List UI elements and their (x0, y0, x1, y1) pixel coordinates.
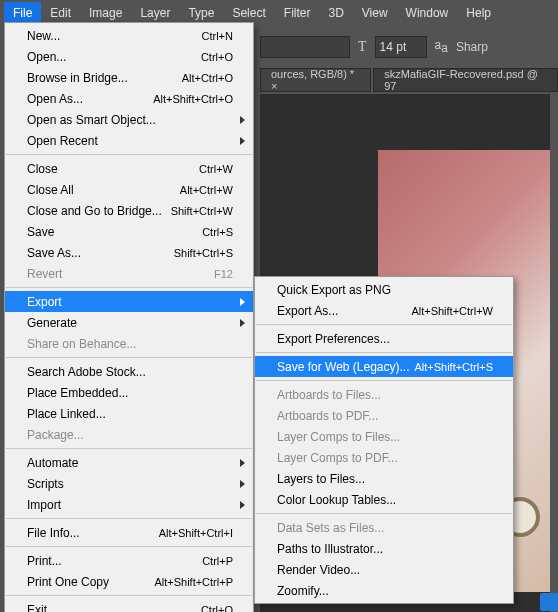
menu-item-label: Zoomify... (277, 584, 493, 598)
menu-item-label: Close (27, 162, 199, 176)
file-separator (6, 287, 252, 288)
file-item-close-all[interactable]: Close AllAlt+Ctrl+W (5, 179, 253, 200)
file-separator (6, 595, 252, 596)
file-item-save[interactable]: SaveCtrl+S (5, 221, 253, 242)
export-item-layer-comps-to-files: Layer Comps to Files... (255, 426, 513, 447)
file-item-new[interactable]: New...Ctrl+N (5, 25, 253, 46)
export-item-zoomify[interactable]: Zoomify... (255, 580, 513, 601)
menu-item-label: Open Recent (27, 134, 233, 148)
menu-layer[interactable]: Layer (131, 2, 179, 24)
file-item-import[interactable]: Import (5, 494, 253, 515)
export-separator (256, 513, 512, 514)
file-item-open[interactable]: Open...Ctrl+O (5, 46, 253, 67)
menu-item-label: Quick Export as PNG (277, 283, 493, 297)
menu-item-label: Generate (27, 316, 233, 330)
file-item-open-as[interactable]: Open As...Alt+Shift+Ctrl+O (5, 88, 253, 109)
export-item-paths-to-illustrator[interactable]: Paths to Illustrator... (255, 538, 513, 559)
dropdown[interactable] (260, 36, 350, 58)
antialias-value[interactable]: Sharp (456, 40, 488, 54)
file-item-place-embedded[interactable]: Place Embedded... (5, 382, 253, 403)
menu-file[interactable]: File (4, 2, 41, 24)
file-item-generate[interactable]: Generate (5, 312, 253, 333)
file-separator (6, 357, 252, 358)
menu-item-shortcut: Alt+Ctrl+O (182, 72, 233, 84)
menu-item-label: Color Lookup Tables... (277, 493, 493, 507)
file-item-print-one-copy[interactable]: Print One CopyAlt+Shift+Ctrl+P (5, 571, 253, 592)
file-item-save-as[interactable]: Save As...Shift+Ctrl+S (5, 242, 253, 263)
file-separator (6, 518, 252, 519)
export-item-layers-to-files[interactable]: Layers to Files... (255, 468, 513, 489)
export-separator (256, 324, 512, 325)
file-item-file-info[interactable]: File Info...Alt+Shift+Ctrl+I (5, 522, 253, 543)
file-item-close-and-go-to-bridge[interactable]: Close and Go to Bridge...Shift+Ctrl+W (5, 200, 253, 221)
menu-item-label: Print... (27, 554, 202, 568)
menu-help[interactable]: Help (457, 2, 500, 24)
antialias-icon: aa (435, 38, 448, 55)
menu-item-label: Artboards to Files... (277, 388, 493, 402)
file-item-automate[interactable]: Automate (5, 452, 253, 473)
menu-select[interactable]: Select (223, 2, 274, 24)
export-item-layer-comps-to-pdf: Layer Comps to PDF... (255, 447, 513, 468)
file-menu: New...Ctrl+NOpen...Ctrl+OBrowse in Bridg… (4, 22, 254, 612)
menu-type[interactable]: Type (179, 2, 223, 24)
file-item-browse-in-bridge[interactable]: Browse in Bridge...Alt+Ctrl+O (5, 67, 253, 88)
file-item-scripts[interactable]: Scripts (5, 473, 253, 494)
menu-item-shortcut: Ctrl+W (199, 163, 233, 175)
menu-item-shortcut: Ctrl+N (202, 30, 233, 42)
export-item-quick-export-as-png[interactable]: Quick Export as PNG (255, 279, 513, 300)
export-item-color-lookup-tables[interactable]: Color Lookup Tables... (255, 489, 513, 510)
menu-item-shortcut: Ctrl+P (202, 555, 233, 567)
menu-item-label: Open... (27, 50, 201, 64)
menu-item-shortcut: Alt+Ctrl+W (180, 184, 233, 196)
file-separator (6, 448, 252, 449)
file-item-share-on-behance: Share on Behance... (5, 333, 253, 354)
menu-item-label: Open as Smart Object... (27, 113, 233, 127)
export-item-save-for-web-legacy[interactable]: Save for Web (Legacy)...Alt+Shift+Ctrl+S (255, 356, 513, 377)
menu-item-shortcut: Alt+Shift+Ctrl+P (154, 576, 233, 588)
menu-filter[interactable]: Filter (275, 2, 320, 24)
menu-item-label: Layer Comps to PDF... (277, 451, 493, 465)
menu-item-shortcut: Ctrl+Q (201, 604, 233, 613)
document-tab-bar: ources, RGB/8) * × skzMafiaGIF-Recovered… (260, 66, 558, 94)
export-item-artboards-to-pdf: Artboards to PDF... (255, 405, 513, 426)
file-item-package: Package... (5, 424, 253, 445)
font-size-field[interactable]: 14 pt (375, 36, 427, 58)
menu-view[interactable]: View (353, 2, 397, 24)
document-tab[interactable]: skzMafiaGIF-Recovered.psd @ 97 (373, 68, 558, 92)
export-item-render-video[interactable]: Render Video... (255, 559, 513, 580)
file-item-close[interactable]: CloseCtrl+W (5, 158, 253, 179)
menu-item-label: Export (27, 295, 233, 309)
menu-item-label: Export As... (277, 304, 411, 318)
menu-item-label: Close and Go to Bridge... (27, 204, 171, 218)
file-item-revert: RevertF12 (5, 263, 253, 284)
menu-window[interactable]: Window (397, 2, 458, 24)
menu-item-label: Save (27, 225, 202, 239)
export-item-export-preferences[interactable]: Export Preferences... (255, 328, 513, 349)
menu-item-label: Search Adobe Stock... (27, 365, 233, 379)
menu-edit[interactable]: Edit (41, 2, 80, 24)
file-item-exit[interactable]: ExitCtrl+Q (5, 599, 253, 612)
menu-item-label: Export Preferences... (277, 332, 493, 346)
menu-item-shortcut: Alt+Shift+Ctrl+O (153, 93, 233, 105)
file-item-print[interactable]: Print...Ctrl+P (5, 550, 253, 571)
file-item-open-as-smart-object[interactable]: Open as Smart Object... (5, 109, 253, 130)
export-item-export-as[interactable]: Export As...Alt+Shift+Ctrl+W (255, 300, 513, 321)
file-item-open-recent[interactable]: Open Recent (5, 130, 253, 151)
menu-item-label: Paths to Illustrator... (277, 542, 493, 556)
menu-3d[interactable]: 3D (319, 2, 352, 24)
document-tab[interactable]: ources, RGB/8) * × (260, 68, 371, 92)
file-separator (6, 154, 252, 155)
menu-item-label: Layers to Files... (277, 472, 493, 486)
file-item-search-adobe-stock[interactable]: Search Adobe Stock... (5, 361, 253, 382)
menu-item-shortcut: Shift+Ctrl+S (174, 247, 233, 259)
menu-item-label: Package... (27, 428, 233, 442)
menu-item-label: Artboards to PDF... (277, 409, 493, 423)
menu-image[interactable]: Image (80, 2, 131, 24)
export-item-artboards-to-files: Artboards to Files... (255, 384, 513, 405)
export-separator (256, 380, 512, 381)
timeline-clip[interactable]: 02:00f (540, 593, 558, 611)
file-item-export[interactable]: Export (5, 291, 253, 312)
menu-item-label: Close All (27, 183, 180, 197)
export-submenu: Quick Export as PNGExport As...Alt+Shift… (254, 276, 514, 604)
file-item-place-linked[interactable]: Place Linked... (5, 403, 253, 424)
